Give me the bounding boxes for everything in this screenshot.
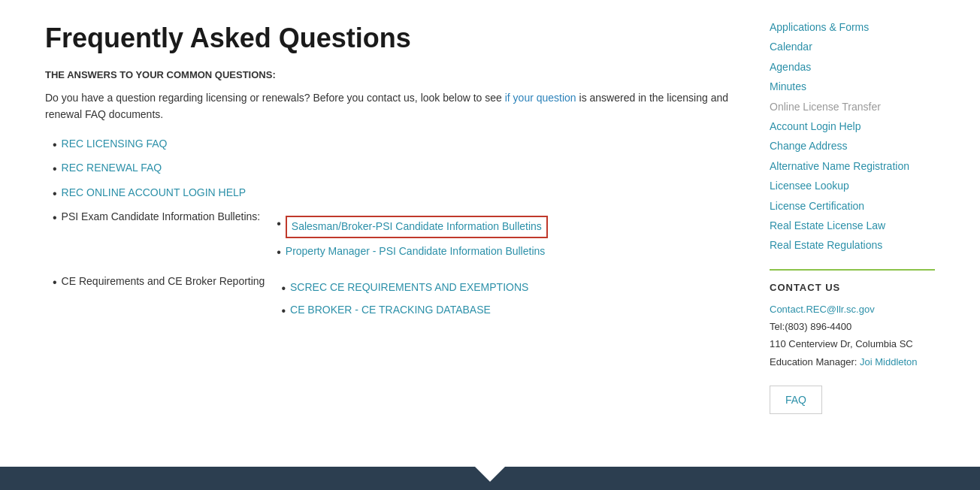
sidebar-link-calendar[interactable]: Calendar (770, 41, 812, 53)
sidebar-item-account-login-help: Account Login Help (770, 118, 935, 135)
footer-bar (0, 467, 980, 490)
screc-ce-link[interactable]: SCREC CE REQUIREMENTS AND EXEMPTIONS (290, 280, 528, 295)
page-title: Frequently Asked Questions (45, 23, 740, 54)
main-content: Frequently Asked Questions THE ANSWERS T… (45, 15, 740, 414)
contact-details: Contact.REC@llr.sc.gov Tel:(803) 896-440… (770, 301, 935, 371)
contact-section: CONTACT US Contact.REC@llr.sc.gov Tel:(8… (770, 282, 935, 415)
sidebar-item-licensee-lookup: Licensee Lookup (770, 177, 935, 194)
property-manager-psi-link[interactable]: Property Manager - PSI Candidate Informa… (286, 244, 546, 259)
sidebar-item-agendas: Agendas (770, 59, 935, 75)
faq-list: REC LICENSING FAQ REC RENEWAL FAQ REC ON… (53, 137, 740, 326)
sidebar-link-real-estate-law[interactable]: Real Estate License Law (770, 219, 885, 231)
list-item: REC LICENSING FAQ (53, 137, 740, 153)
sidebar-item-alternative-name: Alternative Name Registration (770, 158, 935, 174)
sidebar-item-change-address: Change Address (770, 138, 935, 154)
sidebar-link-account-login-help[interactable]: Account Login Help (770, 120, 861, 132)
intro-link[interactable]: if your question (505, 92, 576, 104)
list-item: CE BROKER - CE TRACKING DATABASE (281, 303, 528, 319)
salesman-broker-psi-link-wrapper: Salesman/Broker-PSI Candidate Informatio… (286, 216, 548, 238)
sidebar-item-real-estate-law: Real Estate License Law (770, 217, 935, 234)
list-item: REC RENEWAL FAQ (53, 161, 740, 177)
sidebar-divider (770, 269, 935, 271)
contact-manager-link[interactable]: Joi Middleton (860, 356, 918, 368)
faq-button[interactable]: FAQ (770, 386, 822, 414)
rec-renewal-faq-link[interactable]: REC RENEWAL FAQ (62, 161, 162, 176)
sidebar-link-online-license-transfer[interactable]: Online License Transfer (770, 101, 881, 113)
sidebar-link-license-certification[interactable]: License Certification (770, 200, 864, 212)
contact-title: CONTACT US (770, 282, 935, 293)
ce-sub-list: SCREC CE REQUIREMENTS AND EXEMPTIONS CE … (281, 280, 528, 326)
sidebar-link-change-address[interactable]: Change Address (770, 140, 848, 152)
list-item: Salesman/Broker-PSI Candidate Informatio… (277, 216, 548, 238)
sidebar-nav: Applications & Forms Calendar Agendas Mi… (770, 19, 935, 254)
sidebar-item-minutes: Minutes (770, 78, 935, 95)
list-item: Property Manager - PSI Candidate Informa… (277, 244, 548, 261)
sidebar-link-minutes[interactable]: Minutes (770, 80, 806, 92)
contact-email-link[interactable]: Contact.REC@llr.sc.gov (770, 304, 875, 315)
rec-licensing-faq-link[interactable]: REC LICENSING FAQ (62, 137, 168, 152)
sidebar-item-calendar: Calendar (770, 38, 935, 55)
ce-broker-link[interactable]: CE BROKER - CE TRACKING DATABASE (290, 303, 491, 318)
rec-online-account-link[interactable]: REC ONLINE ACCOUNT LOGIN HELP (62, 186, 247, 201)
sidebar-link-alternative-name[interactable]: Alternative Name Registration (770, 160, 909, 172)
contact-phone: Tel:(803) 896-4400 (770, 321, 851, 332)
sidebar-link-applications[interactable]: Applications & Forms (770, 21, 869, 33)
sidebar-item-real-estate-regs: Real Estate Regulations (770, 237, 935, 253)
ce-label: CE Requirements and CE Broker Reporting (62, 274, 265, 289)
psi-section-item: PSI Exam Candidate Information Bulletins… (53, 210, 740, 267)
sidebar-link-licensee-lookup[interactable]: Licensee Lookup (770, 180, 849, 192)
sidebar-item-license-certification: License Certification (770, 198, 935, 214)
list-item: SCREC CE REQUIREMENTS AND EXEMPTIONS (281, 280, 528, 297)
psi-label: PSI Exam Candidate Information Bulletins… (62, 210, 261, 225)
intro-text: Do you have a question regarding licensi… (45, 89, 740, 123)
subtitle: THE ANSWERS TO YOUR COMMON QUESTIONS: (45, 69, 740, 80)
sidebar: Applications & Forms Calendar Agendas Mi… (770, 15, 935, 414)
contact-manager-label: Education Manager: (770, 356, 857, 368)
ce-section-item: CE Requirements and CE Broker Reporting … (53, 274, 740, 326)
sidebar-link-agendas[interactable]: Agendas (770, 61, 811, 73)
sidebar-item-online-license-transfer: Online License Transfer (770, 98, 935, 115)
contact-address: 110 Centerview Dr, Columbia SC (770, 338, 913, 349)
psi-sub-list: Salesman/Broker-PSI Candidate Informatio… (277, 216, 548, 267)
sidebar-item-applications: Applications & Forms (770, 19, 935, 35)
sidebar-link-real-estate-regs[interactable]: Real Estate Regulations (770, 239, 882, 251)
salesman-broker-psi-link[interactable]: Salesman/Broker-PSI Candidate Informatio… (292, 220, 542, 232)
list-item: REC ONLINE ACCOUNT LOGIN HELP (53, 186, 740, 202)
